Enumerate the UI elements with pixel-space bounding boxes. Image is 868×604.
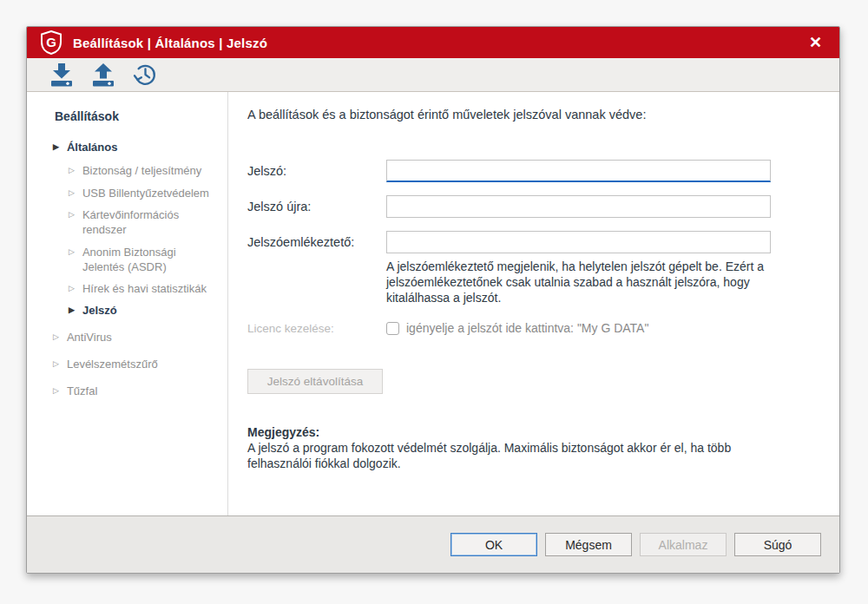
export-upload-tray-icon	[90, 62, 116, 87]
sidebar-item-altalanos[interactable]: ▶ Általános	[53, 140, 117, 154]
password-hint-label: Jelszóemlékeztető:	[247, 231, 386, 253]
password-label: Jelszó:	[247, 160, 386, 182]
export-settings-button[interactable]	[88, 61, 119, 89]
logo-letter: G	[46, 35, 56, 49]
password-hint-row: Jelszóemlékeztető:	[247, 231, 839, 253]
password-repeat-row: Jelszó újra:	[247, 195, 839, 218]
note-body: A jelszó a program fokozott védelmét szo…	[247, 440, 760, 471]
sidebar-item-antivirus[interactable]: ▷ AntiVirus	[53, 330, 112, 345]
sidebar-item-hirek-statisztikak[interactable]: ▷ Hírek és havi statisztikák	[69, 281, 239, 296]
password-input[interactable]	[386, 160, 771, 182]
sidebar-item-biztonsag-teljesitmeny[interactable]: ▷ Biztonság / teljesítmény	[69, 163, 239, 178]
note-title: Megjegyzés:	[247, 424, 760, 440]
tree-collapsed-icon[interactable]: ▷	[53, 357, 59, 371]
intro-text: A beállítások és a biztonságot érintő mű…	[247, 108, 646, 121]
window-title: Beállítások | Általános | Jelszó	[73, 36, 267, 50]
license-label: Licenc kezelése:	[247, 322, 386, 335]
restore-settings-button[interactable]	[129, 61, 161, 89]
sidebar-item-levelszemetszuro[interactable]: ▷ Levélszemétszűrő	[53, 357, 158, 371]
cancel-button[interactable]: Mégsem	[545, 533, 632, 556]
tree-collapsed-icon[interactable]: ▷	[69, 207, 75, 237]
sidebar-header: Beállítások	[55, 109, 119, 123]
license-checkbox-label[interactable]: igényelje a jelszót ide kattintva: "My G…	[406, 321, 648, 335]
sidebar-item-anonim-biztonsagi-jelentes[interactable]: ▷ Anonim Biztonsági Jelentés (ASDR)	[69, 245, 213, 274]
import-settings-button[interactable]	[46, 61, 77, 89]
help-button[interactable]: Súgó	[734, 533, 821, 556]
content-pane: A beállítások és a biztonságot érintő mű…	[228, 92, 839, 515]
sidebar-item-kartevoinformacios-rendszer[interactable]: ▷ Kártevőinformációs rendszer	[69, 207, 213, 237]
close-icon[interactable]: ✕	[806, 33, 825, 52]
toolbar	[27, 58, 839, 92]
password-hint-input[interactable]	[386, 231, 771, 253]
sidebar-item-tuzfal[interactable]: ▷ Tűzfal	[53, 384, 97, 398]
password-repeat-label: Jelszó újra:	[247, 195, 386, 218]
tree-collapsed-icon[interactable]: ▷	[69, 186, 75, 200]
import-download-tray-icon	[49, 62, 75, 87]
license-row: Licenc kezelése: igényelje a jelszót ide…	[247, 321, 648, 335]
password-repeat-input[interactable]	[386, 195, 771, 218]
sidebar-item-usb-billentyuzetvedelem[interactable]: ▷ USB Billentyűzetvédelem	[69, 186, 239, 200]
password-row: Jelszó:	[247, 160, 839, 182]
tree-collapsed-icon[interactable]: ▷	[53, 330, 59, 345]
note-block: Megjegyzés: A jelszó a program fokozott …	[247, 424, 760, 471]
titlebar[interactable]: G Beállítások | Általános | Jelszó ✕	[27, 27, 839, 58]
license-checkbox[interactable]	[386, 322, 399, 335]
sidebar-item-jelszo[interactable]: ▶ Jelszó	[69, 303, 239, 318]
apply-button[interactable]: Alkalmaz	[640, 533, 727, 556]
sidebar: Beállítások ▶ Általános ▷ Biztonság / te…	[27, 92, 228, 515]
remove-password-button[interactable]: Jelszó eltávolítása	[247, 369, 383, 394]
tree-collapsed-icon[interactable]: ▷	[69, 245, 75, 274]
footer: OK Mégsem Alkalmaz Súgó	[27, 515, 839, 573]
tree-expanded-icon[interactable]: ▶	[69, 303, 75, 318]
ok-button[interactable]: OK	[450, 533, 537, 556]
tree-collapsed-icon[interactable]: ▷	[53, 384, 59, 398]
restore-clock-icon	[131, 62, 159, 88]
hint-description: A jelszóemlékeztető megjelenik, ha helyt…	[386, 259, 787, 305]
settings-window: G Beállítások | Általános | Jelszó ✕	[26, 26, 840, 574]
tree-collapsed-icon[interactable]: ▷	[69, 163, 75, 178]
tree-expanded-icon[interactable]: ▶	[53, 140, 59, 154]
tree-collapsed-icon[interactable]: ▷	[69, 281, 75, 296]
gdata-shield-logo-icon: G	[39, 30, 62, 55]
